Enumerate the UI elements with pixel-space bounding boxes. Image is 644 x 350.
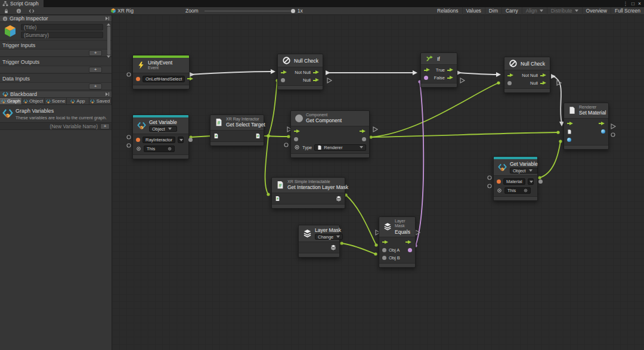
node-get-interaction-layer-mask[interactable]: XR Simple Interactable Get Interaction L… xyxy=(271,177,345,209)
variable-name-dropdown[interactable] xyxy=(178,137,184,143)
graph-reference[interactable]: XR Rig xyxy=(107,7,137,15)
window-menu-button[interactable]: ⋮ xyxy=(623,1,628,7)
scroll-up-icon[interactable] xyxy=(107,23,110,26)
flow-output-port[interactable] xyxy=(405,240,412,244)
variable-name-field[interactable]: RayInteractor xyxy=(143,137,175,143)
layermask-output-port[interactable] xyxy=(330,244,336,250)
event-name-field[interactable]: OnLeftHandSelect xyxy=(143,76,185,82)
variable-name-port[interactable] xyxy=(497,179,501,184)
result-output-port[interactable] xyxy=(408,248,412,252)
object-picker-icon[interactable] xyxy=(524,188,528,193)
true-output-port[interactable] xyxy=(447,68,454,72)
layermask-output-port[interactable] xyxy=(336,196,342,202)
variable-name-port[interactable] xyxy=(136,138,140,142)
add-trigger-output-button[interactable]: + xyxy=(89,67,102,73)
zoom-slider[interactable] xyxy=(205,11,294,11)
carry-button[interactable]: Carry xyxy=(502,7,522,15)
panel-expand-icon[interactable] xyxy=(106,17,109,20)
target-input-port[interactable] xyxy=(213,133,219,139)
flow-input-port[interactable] xyxy=(382,240,389,244)
flow-input-port[interactable] xyxy=(567,122,574,126)
null-output-port[interactable] xyxy=(540,81,547,85)
inspect-button[interactable] xyxy=(13,7,25,15)
flow-input-port[interactable] xyxy=(281,70,287,75)
node-get-select-target[interactable]: XR Ray Interactor Get Select Target xyxy=(210,114,264,146)
obj-a-input-port[interactable] xyxy=(382,248,386,252)
node-equals[interactable]: Layer Mask Equals Obj A Obj B xyxy=(379,216,416,268)
add-trigger-input-button[interactable]: + xyxy=(89,50,102,56)
event-name-port[interactable] xyxy=(136,77,140,81)
tab-object[interactable]: Object xyxy=(22,98,44,104)
graph-canvas[interactable]: UnityEvent Event OnLeftHandSelect Null C… xyxy=(112,15,644,350)
window-maximize-button[interactable]: □ xyxy=(631,1,634,7)
material-output-port[interactable] xyxy=(601,129,605,134)
new-variable-input[interactable]: (New Variable Name) xyxy=(49,123,98,129)
flow-output-port[interactable] xyxy=(187,77,194,81)
target-field[interactable]: This xyxy=(144,145,175,152)
tab-graph[interactable]: Graph xyxy=(0,98,22,104)
flow-input-port[interactable] xyxy=(294,129,301,134)
zoom-handle[interactable] xyxy=(291,9,295,13)
result-output-port[interactable] xyxy=(255,133,261,139)
flow-output-port[interactable] xyxy=(599,122,605,126)
node-if[interactable]: If True False xyxy=(420,52,457,88)
false-output-port[interactable] xyxy=(447,76,454,80)
fullscreen-button[interactable]: Full Screen xyxy=(611,7,644,15)
distribute-dropdown[interactable]: Distribute xyxy=(547,7,583,15)
value-output-port[interactable] xyxy=(188,138,193,142)
scrollbar-thumb[interactable] xyxy=(107,26,110,55)
type-port[interactable] xyxy=(294,144,300,150)
flow-input-port[interactable] xyxy=(507,73,514,78)
target-input-port[interactable] xyxy=(275,196,280,202)
condition-input-port[interactable] xyxy=(424,76,428,80)
component-output-port[interactable] xyxy=(362,137,366,141)
summary-field[interactable]: (Summary) xyxy=(21,32,103,38)
variable-scope-dropdown[interactable]: Object xyxy=(510,168,538,174)
flow-output-port[interactable] xyxy=(360,129,366,134)
null-output-port[interactable] xyxy=(313,78,320,82)
scroll-down-icon[interactable] xyxy=(107,55,110,58)
variable-scope-dropdown[interactable]: Object xyxy=(149,126,177,132)
values-button[interactable]: Values xyxy=(463,7,485,15)
align-dropdown[interactable]: Align xyxy=(522,7,547,15)
not-null-output-port[interactable] xyxy=(540,73,547,78)
window-close-button[interactable]: × xyxy=(638,1,641,7)
node-unity-event[interactable]: UnityEvent Event OnLeftHandSelect xyxy=(132,55,190,89)
title-field[interactable]: (Title) xyxy=(21,24,103,30)
value-output-port[interactable] xyxy=(538,179,543,184)
material-input-port[interactable] xyxy=(567,138,571,142)
node-get-variable-rayinteractor[interactable]: Get Variable Object RayInteractor This xyxy=(132,114,189,159)
add-data-input-button[interactable]: + xyxy=(89,83,102,89)
gameobject-input-port[interactable] xyxy=(294,137,298,141)
layermask-value-dropdown[interactable]: Change xyxy=(315,234,343,240)
lock-button[interactable] xyxy=(0,7,13,15)
inspector-scrollbar[interactable] xyxy=(106,23,111,94)
obj-b-input-port[interactable] xyxy=(382,256,386,260)
overview-button[interactable]: Overview xyxy=(583,7,611,15)
tab-scene[interactable]: Scene xyxy=(45,98,67,104)
variable-name-field[interactable]: Material xyxy=(503,178,525,185)
tab-script-graph[interactable]: Script Graph xyxy=(0,0,44,7)
add-variable-button[interactable]: + xyxy=(100,123,110,129)
node-get-variable-material[interactable]: Get Variable Object Material This xyxy=(493,156,538,201)
target-field[interactable]: This xyxy=(504,187,531,194)
node-layer-mask-literal[interactable]: Layer Mask Change xyxy=(298,225,340,258)
node-null-check-2[interactable]: Null Check Not Null Null xyxy=(504,57,550,93)
relations-button[interactable]: Relations xyxy=(434,7,462,15)
value-input-port[interactable] xyxy=(507,81,512,85)
not-null-output-port[interactable] xyxy=(313,70,320,75)
renderer-input-port[interactable] xyxy=(567,129,572,135)
node-null-check-1[interactable]: Null Check Not Null Null xyxy=(277,54,323,90)
code-view-button[interactable] xyxy=(25,7,38,15)
tab-saved[interactable]: Saved xyxy=(89,98,112,104)
flow-input-port[interactable] xyxy=(424,68,431,72)
dim-button[interactable]: Dim xyxy=(485,7,502,15)
type-dropdown[interactable]: Renderer xyxy=(314,144,366,151)
value-input-port[interactable] xyxy=(281,78,285,82)
node-set-material[interactable]: Renderer Set Material xyxy=(564,103,609,150)
chevron-down-icon xyxy=(540,10,543,12)
node-get-component[interactable]: Component Get Component Type Renderer xyxy=(290,110,370,158)
variable-name-dropdown[interactable] xyxy=(528,178,534,185)
tab-app[interactable]: App xyxy=(67,98,89,104)
object-picker-icon[interactable] xyxy=(168,147,172,151)
